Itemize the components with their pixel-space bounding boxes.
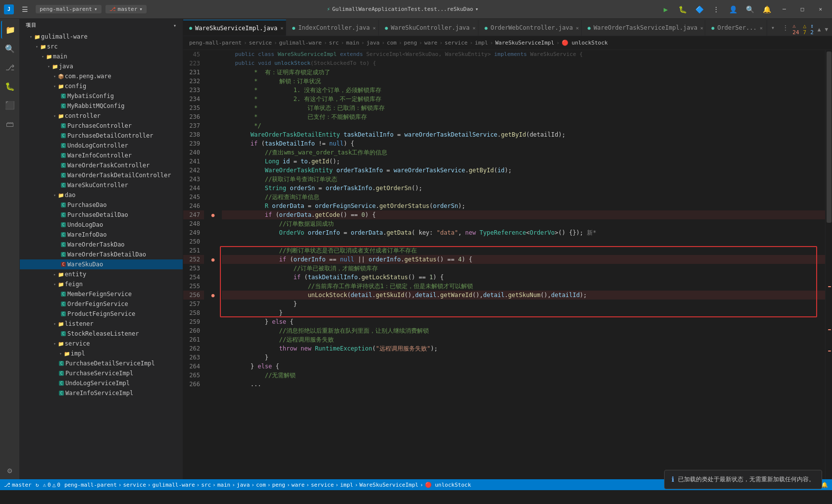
- maximize-button[interactable]: □: [795, 0, 810, 19]
- scroll-down[interactable]: ▼: [825, 26, 828, 33]
- branch-selector[interactable]: ⎇ master ▾: [105, 5, 147, 13]
- breadcrumb-part[interactable]: com: [387, 40, 397, 46]
- tab-OrderSer[interactable]: ● OrderSer... ✕: [705, 20, 767, 36]
- sidebar-item-MemberFeignService[interactable]: C MemberFeignService: [20, 289, 183, 299]
- sidebar-item-WareSkuController[interactable]: C WareSkuController: [20, 180, 183, 190]
- sidebar-item-java[interactable]: ▾ 📁 java: [20, 61, 183, 71]
- minimize-button[interactable]: ─: [777, 0, 792, 19]
- breadcrumb-part[interactable]: service: [249, 40, 272, 46]
- search-icon[interactable]: 🔍: [743, 2, 757, 16]
- status-sync[interactable]: ↻: [36, 482, 39, 488]
- scroll-thumb[interactable]: [827, 51, 832, 223]
- breadcrumb-part[interactable]: ware: [424, 40, 438, 46]
- breadcrumb-part[interactable]: main: [346, 40, 360, 46]
- sidebar-item-WareOrderTaskDao[interactable]: C WareOrderTaskDao: [20, 240, 183, 250]
- scrollbar[interactable]: [825, 50, 832, 479]
- java-icon: ●: [385, 25, 388, 31]
- breadcrumb-part[interactable]: java: [366, 40, 380, 46]
- profile-button[interactable]: 🔷: [692, 2, 706, 16]
- sidebar-item-config[interactable]: ▾ 📁 config: [20, 81, 183, 91]
- hamburger-menu[interactable]: ☰: [18, 2, 32, 16]
- breadcrumb-part breadcrumb-active[interactable]: WareSkuServiceImpl: [495, 40, 554, 46]
- sidebar-item-PurchaseDetailDao[interactable]: C PurchaseDetailDao: [20, 210, 183, 220]
- sidebar-item-PurchaseDao[interactable]: C PurchaseDao: [20, 200, 183, 210]
- title-center: ⚡ GulimallWareApplicationTest.test...reS…: [151, 6, 655, 12]
- info-count: ↕ 2: [810, 23, 814, 36]
- sidebar-item-entity[interactable]: ▸ 📁 entity: [20, 269, 183, 279]
- tab-OrderWebController[interactable]: ● OrderWebController.java ✕: [478, 20, 581, 36]
- sidebar-item-WareInfoDao[interactable]: C WareInfoDao: [20, 230, 183, 240]
- close-button[interactable]: ✕: [813, 0, 828, 19]
- sidebar-item-PurchaseController[interactable]: C PurchaseController: [20, 121, 183, 131]
- tab-close-icon[interactable]: ✕: [760, 25, 763, 31]
- sidebar-item-com-peng-ware[interactable]: ▾ 📦 com.peng.ware: [20, 71, 183, 81]
- sidebar-item-WareInfoServiceImpl[interactable]: C WareInfoServiceImpl: [20, 388, 183, 398]
- sidebar-item-WareInfoController[interactable]: C WareInfoController: [20, 151, 183, 160]
- user-icon[interactable]: 👤: [726, 2, 740, 16]
- status-bell[interactable]: 🔔: [821, 482, 828, 488]
- sidebar-item-src[interactable]: ▾ 📁 src: [20, 42, 183, 51]
- tab-WareSkuController[interactable]: ● WareSkuController.java ✕: [379, 20, 478, 36]
- tab-close-icon[interactable]: ✕: [472, 25, 475, 31]
- sidebar-item-WareOrderTaskDetailDao[interactable]: C WareOrderTaskDetailDao: [20, 250, 183, 259]
- sidebar-item-PurchaseServiceImpl[interactable]: C PurchaseServiceImpl: [20, 368, 183, 378]
- tab-label: IndexController.java: [298, 24, 370, 31]
- tab-close-icon[interactable]: ✕: [576, 25, 579, 31]
- sidebar-item-service[interactable]: ▾ 📁 service: [20, 339, 183, 349]
- breadcrumb-part[interactable]: src: [329, 40, 339, 46]
- tab-overflow-button[interactable]: ▾: [767, 20, 779, 36]
- breadcrumb-part[interactable]: peng: [404, 40, 417, 46]
- project-selector[interactable]: peng-mall-parent ▾: [36, 5, 102, 13]
- sidebar-item-feign[interactable]: ▾ 📁 feign: [20, 279, 183, 289]
- activity-item-search[interactable]: 🔍: [1, 40, 19, 57]
- tab-IndexController[interactable]: ● IndexController.java ✕: [286, 20, 379, 36]
- tab-close-icon[interactable]: ✕: [280, 25, 283, 31]
- code-line-265: //无需解锁: [222, 371, 825, 380]
- sidebar-item-UndoLogDao[interactable]: C UndoLogDao: [20, 220, 183, 230]
- sidebar-item-UndoLogServiceImpl[interactable]: C UndoLogServiceImpl: [20, 378, 183, 388]
- scroll-up[interactable]: ▲: [818, 26, 821, 33]
- sidebar-item-UndoLogController[interactable]: C UndoLogController: [20, 141, 183, 151]
- activity-item-settings[interactable]: ⚙: [1, 461, 19, 479]
- breadcrumb-part[interactable]: impl: [475, 40, 488, 46]
- code-editor[interactable]: public class WareSkuServiceImpl extends …: [218, 50, 825, 479]
- tab-close-icon[interactable]: ✕: [700, 25, 703, 31]
- more-options[interactable]: ⋮: [709, 2, 723, 16]
- sidebar-item-gulimall-ware[interactable]: ▾ 📁 gulimall-ware: [20, 32, 183, 42]
- sidebar-item-MyRabbitMQConfig[interactable]: C MyRabbitMQConfig: [20, 101, 183, 111]
- status-errors[interactable]: ⚠ 0 △ 0: [43, 482, 60, 488]
- sidebar-item-PurchaseDetailServiceImpl[interactable]: C PurchaseDetailServiceImpl: [20, 358, 183, 368]
- debug-button[interactable]: 🐛: [676, 2, 689, 16]
- tab-WareOrderTaskServiceImpl[interactable]: ● WareOrderTaskServiceImpl.java ✕: [582, 20, 706, 36]
- breadcrumb-part[interactable]: peng-mall-parent: [189, 40, 242, 46]
- activity-item-files[interactable]: 📁: [1, 21, 19, 39]
- breadcrumb-part[interactable]: gulimall-ware: [279, 40, 322, 46]
- run-button[interactable]: ▶: [659, 2, 673, 16]
- tab-more-options[interactable]: ⋮: [779, 20, 792, 36]
- status-file-label[interactable]: peng-mall-parent › service › gulimall-wa…: [64, 482, 471, 488]
- sidebar-collapse-icon[interactable]: ▾: [173, 23, 177, 28]
- sidebar-item-WareOrderTaskDetailController[interactable]: C WareOrderTaskDetailController: [20, 170, 183, 180]
- sidebar-item-ProductFeignService[interactable]: C ProductFeignService: [20, 309, 183, 319]
- sidebar-item-listener[interactable]: ▾ 📁 listener: [20, 319, 183, 329]
- sidebar-item-main[interactable]: ▾ 📁 main: [20, 51, 183, 61]
- activity-item-extensions[interactable]: ⬛: [1, 96, 19, 114]
- sidebar-item-impl[interactable]: ▾ 📁 impl: [20, 349, 183, 358]
- tab-WareSkuServiceImpl[interactable]: ● WareSkuServiceImpl.java ✕: [183, 20, 286, 36]
- tab-close-icon[interactable]: ✕: [373, 25, 376, 31]
- sidebar-item-OrderFeignService[interactable]: C OrderFeignService: [20, 299, 183, 309]
- notifications-icon[interactable]: 🔔: [760, 2, 774, 16]
- sidebar-item-MybatisConfig[interactable]: C MybatisConfig: [20, 91, 183, 101]
- status-branch[interactable]: ⎇ master: [4, 482, 32, 488]
- sidebar-item-controller[interactable]: ▾ 📁 controller: [20, 111, 183, 121]
- breadcrumb-part breadcrumb-active[interactable]: 🔴 unlockStock: [562, 40, 608, 46]
- sidebar-item-PurchaseDetailController[interactable]: C PurchaseDetailController: [20, 131, 183, 141]
- sidebar-item-StockReleaseListener[interactable]: C StockReleaseListener: [20, 329, 183, 339]
- sidebar-item-WareSkuDao[interactable]: C WareSkuDao: [20, 259, 183, 269]
- activity-item-debug[interactable]: 🐛: [1, 77, 19, 95]
- activity-item-database[interactable]: 🗃: [1, 115, 19, 133]
- sidebar-item-WareOrderTaskController[interactable]: C WareOrderTaskController: [20, 160, 183, 170]
- sidebar-item-dao[interactable]: ▾ 📁 dao: [20, 190, 183, 200]
- breadcrumb-part[interactable]: service: [445, 40, 468, 46]
- activity-item-git[interactable]: ⎇: [1, 58, 19, 76]
